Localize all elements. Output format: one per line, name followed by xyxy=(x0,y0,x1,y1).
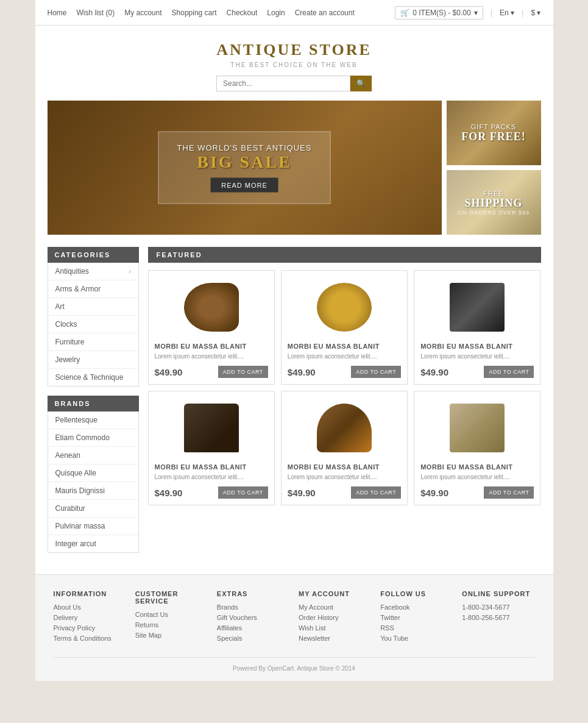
footer-link-gift-vouchers[interactable]: Gift Vouchers xyxy=(217,614,289,621)
footer-link-newsletter[interactable]: Newsletter xyxy=(299,635,371,642)
product-card-4: MORBI EU MASSA BLANIT Lorem ipsum aconse… xyxy=(148,391,275,505)
hero-gift-banner[interactable]: GIFT PACKS FOR FREE! xyxy=(447,101,541,165)
product-desc-5: Lorem ipsum aconsectetur ielit.... xyxy=(288,473,401,482)
hero-side-banners: GIFT PACKS FOR FREE! FREE SHIPPING ON OR… xyxy=(447,101,541,235)
product-footer-2: $49.90 ADD TO CART xyxy=(288,366,401,378)
footer-link-contact[interactable]: Contact Us xyxy=(135,611,208,618)
nav-login[interactable]: Login xyxy=(267,9,285,17)
brands-title: BRANDS xyxy=(48,396,139,411)
footer-columns: INFORMATION About Us Delivery Privacy Po… xyxy=(54,590,535,645)
add-to-cart-button-3[interactable]: ADD TO CART xyxy=(484,366,534,378)
add-to-cart-button-4[interactable]: ADD TO CART xyxy=(218,486,268,499)
product-image-5 xyxy=(288,397,401,458)
add-to-cart-button-5[interactable]: ADD TO CART xyxy=(351,486,401,499)
product-name-2: MORBI EU MASSA BLANIT xyxy=(288,343,401,350)
footer-link-rss[interactable]: RSS xyxy=(380,624,453,632)
footer-link-youtube[interactable]: You Tube xyxy=(380,635,453,642)
nav-checkout[interactable]: Checkout xyxy=(227,9,258,17)
gift-banner-line2: FOR FREE! xyxy=(461,130,526,143)
brand-curabitur[interactable]: Curabitur xyxy=(48,500,138,518)
footer-link-delivery[interactable]: Delivery xyxy=(54,614,126,621)
content-area: CATEGORIES Antiquities › Arms & Armor Ar… xyxy=(35,247,553,574)
nav-myaccount[interactable]: My account xyxy=(124,9,161,17)
product-price-6: $49.90 xyxy=(420,488,448,498)
nav-shopping-cart[interactable]: Shopping cart xyxy=(172,9,217,17)
product-desc-6: Lorem ipsum aconsectetur ielit.... xyxy=(420,473,534,482)
footer-link-twitter[interactable]: Twitter xyxy=(380,614,453,621)
currency-selector[interactable]: $ ▾ xyxy=(531,9,540,17)
shipping-banner-line2: SHIPPING xyxy=(458,197,530,210)
brand-integer-arcut[interactable]: Integer arcut xyxy=(48,535,138,552)
featured-title: FEATURED xyxy=(148,247,541,263)
footer-phone-1: 1-800-234-5677 xyxy=(462,604,534,611)
product-desc-2: Lorem ipsum aconsectetur ielit.... xyxy=(288,352,401,361)
brand-etiam-commodo[interactable]: Etiam Commodo xyxy=(48,429,138,447)
category-jewelry[interactable]: Jewelry xyxy=(48,351,138,369)
brand-quisque-alle[interactable]: Quisque Alle xyxy=(48,465,138,482)
nav-wishlist[interactable]: Wish list (0) xyxy=(77,9,115,17)
search-input[interactable] xyxy=(216,76,350,91)
hero-subtitle: THE WORLD'S BEST ANTIQUES xyxy=(177,143,312,152)
nav-home[interactable]: Home xyxy=(48,9,67,17)
search-button[interactable]: 🔍 xyxy=(350,76,372,91)
cart-button[interactable]: 🛒 0 ITEM(S) - $0.00 ▾ xyxy=(395,6,483,20)
footer-link-facebook[interactable]: Facebook xyxy=(380,604,453,611)
category-furniture[interactable]: Furniture xyxy=(48,333,138,351)
footer-copyright: Powered By OpenCart. Antique Store © 201… xyxy=(54,657,535,672)
products-grid: MORBI EU MASSA BLANIT Lorem ipsum aconse… xyxy=(148,270,541,505)
gift-banner-line1: GIFT PACKS xyxy=(461,123,526,130)
brand-pellentesque[interactable]: Pellentesque xyxy=(48,411,138,429)
product-footer-3: $49.90 ADD TO CART xyxy=(420,366,534,378)
brand-mauris-dignissi[interactable]: Mauris Dignissi xyxy=(48,482,138,500)
site-header: ANTIQUE STORE THE BEST CHOICE ON THE WEB… xyxy=(35,26,553,101)
categories-title: CATEGORIES xyxy=(48,247,139,263)
cart-dropdown-icon: ▾ xyxy=(474,9,478,17)
footer-link-privacy[interactable]: Privacy Policy xyxy=(54,624,126,632)
footer-link-wish-list[interactable]: Wish List xyxy=(299,624,371,632)
separator: | xyxy=(491,8,492,17)
product-card-2: MORBI EU MASSA BLANIT Lorem ipsum aconse… xyxy=(281,270,408,385)
footer-link-brands[interactable]: Brands xyxy=(217,604,289,611)
hero-read-more-button[interactable]: READ MORE xyxy=(210,178,278,193)
category-clocks[interactable]: Clocks xyxy=(48,316,138,333)
product-img-horn xyxy=(184,283,239,332)
footer-follow-us-title: FOLLOW US xyxy=(380,590,453,597)
brands-section: BRANDS Pellentesque Etiam Commodo Aenean… xyxy=(48,396,139,553)
footer-link-about-us[interactable]: About Us xyxy=(54,604,126,611)
sidebar: CATEGORIES Antiquities › Arms & Armor Ar… xyxy=(48,247,139,562)
brand-aenean[interactable]: Aenean xyxy=(48,447,138,465)
add-to-cart-button-6[interactable]: ADD TO CART xyxy=(484,486,534,499)
category-science-technique[interactable]: Science & Technique xyxy=(48,369,138,386)
footer-link-affiliates[interactable]: Affiliates xyxy=(217,624,289,632)
product-img-iron xyxy=(184,404,239,452)
product-footer-1: $49.90 ADD TO CART xyxy=(155,366,268,378)
footer-link-returns[interactable]: Returns xyxy=(135,621,208,629)
category-arms-armor[interactable]: Arms & Armor xyxy=(48,280,138,298)
footer-link-terms[interactable]: Terms & Conditions xyxy=(54,635,126,642)
add-to-cart-button-1[interactable]: ADD TO CART xyxy=(218,366,268,378)
hero-shipping-banner[interactable]: FREE SHIPPING ON ORDERS OVER $99 xyxy=(447,170,541,235)
shipping-banner-line1: FREE xyxy=(458,190,530,197)
language-selector[interactable]: En ▾ xyxy=(500,9,514,17)
product-price-3: $49.90 xyxy=(420,367,448,377)
product-footer-4: $49.90 ADD TO CART xyxy=(155,486,268,499)
footer-link-my-account[interactable]: My Account xyxy=(299,604,371,611)
category-art[interactable]: Art xyxy=(48,298,138,316)
product-img-box xyxy=(450,404,505,452)
footer-col-my-account: MY ACCOUNT My Account Order History Wish… xyxy=(299,590,371,645)
nav-create-account[interactable]: Create an account xyxy=(295,9,355,17)
add-to-cart-button-2[interactable]: ADD TO CART xyxy=(351,366,401,378)
category-antiquities[interactable]: Antiquities › xyxy=(48,263,138,280)
footer-link-order-history[interactable]: Order History xyxy=(299,614,371,621)
footer-information-title: INFORMATION xyxy=(54,590,126,597)
product-img-coins xyxy=(317,283,372,332)
site-footer: INFORMATION About Us Delivery Privacy Po… xyxy=(35,574,553,681)
brand-pulvinar-massa[interactable]: Pulvinar massa xyxy=(48,518,138,535)
footer-link-specials[interactable]: Specials xyxy=(217,635,289,642)
product-footer-6: $49.90 ADD TO CART xyxy=(420,486,534,499)
footer-link-sitemap[interactable]: Site Map xyxy=(135,632,208,639)
product-img-radio xyxy=(317,404,372,452)
footer-online-support-title: ONLINE SUPPORT xyxy=(462,590,534,597)
hero-main-banner: THE WORLD'S BEST ANTIQUES BIG SALE READ … xyxy=(48,101,442,235)
hero-text-box: THE WORLD'S BEST ANTIQUES BIG SALE READ … xyxy=(158,132,331,204)
